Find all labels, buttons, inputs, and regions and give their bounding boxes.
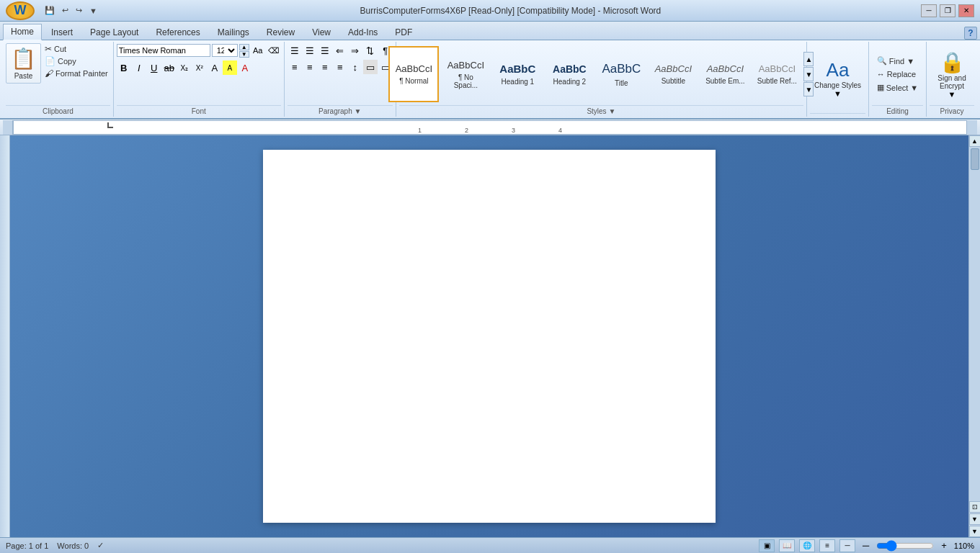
font-color-button[interactable]: A xyxy=(238,60,252,75)
scroll-down-button[interactable]: ▼ xyxy=(969,526,981,537)
tab-insert[interactable]: Insert xyxy=(43,24,81,40)
increase-indent-button[interactable]: ⇒ xyxy=(348,43,362,58)
web-layout-view-button[interactable]: 🌐 xyxy=(799,539,815,552)
font-size-shrink-button[interactable]: ▼ xyxy=(239,51,249,58)
scroll-up-button[interactable]: ▲ xyxy=(969,135,981,147)
outline-view-button[interactable]: ≡ xyxy=(819,539,835,552)
font-format-row: B I U ab X₂ X² A A A xyxy=(117,60,252,75)
ruler-left-margin xyxy=(3,120,13,135)
document-page[interactable] xyxy=(263,150,716,523)
subscript-button[interactable]: X₂ xyxy=(177,60,192,75)
full-reading-view-button[interactable]: 📖 xyxy=(779,539,795,552)
undo-button[interactable]: ↩ xyxy=(59,4,71,17)
font-name-input[interactable] xyxy=(117,44,210,57)
draft-view-button[interactable]: ─ xyxy=(839,539,855,552)
select-button[interactable]: ▦ Select ▼ xyxy=(874,81,921,94)
redo-button[interactable]: ↪ xyxy=(73,4,85,17)
style-normal[interactable]: AaBbCcI ¶ Normal xyxy=(388,46,439,102)
next-page-button[interactable]: ▼ xyxy=(969,513,981,525)
tab-page-layout[interactable]: Page Layout xyxy=(82,24,146,40)
subtle-ref-label: Subtle Ref... xyxy=(757,77,797,85)
change-styles-icon: Aa xyxy=(827,59,850,81)
style-heading2[interactable]: AaBbC Heading 2 xyxy=(544,46,594,102)
style-heading1[interactable]: AaBbC Heading 1 xyxy=(492,46,543,102)
subtle-em-preview: AaBbCcI xyxy=(707,63,744,74)
tab-references[interactable]: References xyxy=(148,24,208,40)
page-info: Page: 1 of 1 xyxy=(6,541,48,550)
line-spacing-button[interactable]: ↕ xyxy=(348,60,362,74)
tab-pdf[interactable]: PDF xyxy=(387,24,420,40)
superscript-button[interactable]: X² xyxy=(192,60,207,75)
scroll-track[interactable] xyxy=(969,147,980,501)
status-right: ▣ 📖 🌐 ≡ ─ ─ + 110% xyxy=(759,539,974,552)
style-subtitle[interactable]: AaBbCcI Subtitle xyxy=(648,46,698,102)
minimize-button[interactable]: ─ xyxy=(921,4,937,17)
style-subtle-emphasis[interactable]: AaBbCcI Subtle Em... xyxy=(700,46,750,102)
style-no-spacing[interactable]: AaBbCcI ¶ No Spaci... xyxy=(440,46,491,102)
highlight-button[interactable]: A xyxy=(223,60,237,75)
restore-button[interactable]: ❐ xyxy=(940,4,956,17)
zoom-level[interactable]: 110% xyxy=(954,541,974,550)
office-button[interactable]: W xyxy=(6,1,35,20)
customize-quick-access-button[interactable]: ▼ xyxy=(86,5,100,17)
status-bar: Page: 1 of 1 Words: 0 ✓ ▣ 📖 🌐 ≡ ─ ─ + 11… xyxy=(0,537,980,553)
spell-check-icon[interactable]: ✓ xyxy=(97,541,104,550)
change-styles-button[interactable]: Aa Change Styles ▼ xyxy=(810,56,865,101)
document-area[interactable] xyxy=(10,135,968,537)
sign-encrypt-label: Sign andEncrypt xyxy=(937,74,966,90)
text-effects-button[interactable]: A xyxy=(208,60,222,75)
subtitle-preview: AaBbCcI xyxy=(655,63,692,74)
vertical-scrollbar[interactable]: ▲ ⊡ ▼ ▼ xyxy=(968,135,980,537)
editing-group-label: Editing xyxy=(872,105,923,115)
print-layout-view-button[interactable]: ▣ xyxy=(759,539,775,552)
find-button[interactable]: 🔍 Find ▼ xyxy=(874,55,917,67)
sign-encrypt-button[interactable]: 🔒 Sign andEncrypt ▼ xyxy=(930,48,974,102)
align-right-button[interactable]: ≡ xyxy=(318,60,332,74)
expand-view-button[interactable]: ⊡ xyxy=(969,501,981,513)
styles-gallery: AaBbCcI ¶ Normal AaBbCcI ¶ No Spaci... A… xyxy=(388,46,802,102)
tab-view[interactable]: View xyxy=(304,24,339,40)
close-button[interactable]: ✕ xyxy=(958,4,974,17)
shading-button[interactable]: ▭ xyxy=(363,60,378,74)
tab-home[interactable]: Home xyxy=(3,24,42,40)
zoom-in-button[interactable]: + xyxy=(938,540,950,551)
strikethrough-button[interactable]: ab xyxy=(162,60,177,75)
multilevel-list-button[interactable]: ☰ xyxy=(318,43,332,58)
underline-button[interactable]: U xyxy=(147,60,161,75)
scroll-thumb[interactable] xyxy=(971,148,979,170)
decrease-indent-button[interactable]: ⇐ xyxy=(333,43,347,58)
align-center-button[interactable]: ≡ xyxy=(303,60,317,74)
format-painter-button[interactable]: 🖌 Format Painter xyxy=(43,68,110,79)
bold-button[interactable]: B xyxy=(117,60,131,75)
font-size-input[interactable]: 12 xyxy=(212,44,238,57)
copy-button[interactable]: 📄 Copy xyxy=(43,55,110,67)
zoom-slider[interactable] xyxy=(876,541,934,550)
save-button[interactable]: 💾 xyxy=(42,4,58,17)
cut-button[interactable]: ✂ Cut xyxy=(43,43,110,55)
status-left: Page: 1 of 1 Words: 0 ✓ xyxy=(6,541,104,550)
zoom-out-button[interactable]: ─ xyxy=(860,540,872,551)
justify-button[interactable]: ≡ xyxy=(333,60,347,74)
change-case-button[interactable]: Aa xyxy=(251,43,265,58)
style-title[interactable]: AaBbC Title xyxy=(596,46,646,102)
style-subtle-ref[interactable]: AaBbCcI Subtle Ref... xyxy=(752,46,802,102)
tab-mailings[interactable]: Mailings xyxy=(210,24,257,40)
ribbon-group-font: 12 ▲ ▼ Aa ⌫ B I U ab X₂ X² A A A Fo xyxy=(114,42,285,117)
clipboard-small-buttons: ✂ Cut 📄 Copy 🖌 Format Painter xyxy=(43,43,110,79)
bullets-button[interactable]: ☰ xyxy=(288,43,302,58)
help-button[interactable]: ? xyxy=(964,27,977,40)
italic-button[interactable]: I xyxy=(132,60,146,75)
clear-formatting-button[interactable]: ⌫ xyxy=(267,43,281,58)
replace-button[interactable]: ↔ Replace xyxy=(874,68,919,80)
numbering-button[interactable]: ☰ xyxy=(303,43,317,58)
change-styles-group-label xyxy=(810,113,865,115)
tab-review[interactable]: Review xyxy=(259,24,303,40)
paste-button[interactable]: 📋 Paste xyxy=(6,43,41,84)
font-size-grow-button[interactable]: ▲ xyxy=(239,44,249,50)
tab-addins[interactable]: Add-Ins xyxy=(340,24,386,40)
align-left-button[interactable]: ≡ xyxy=(288,60,302,74)
cut-icon: ✂ xyxy=(45,44,52,54)
sort-button[interactable]: ⇅ xyxy=(363,43,378,58)
window-title: BurrisComputerForms4X6P [Read-Only] [Com… xyxy=(100,6,921,16)
font-content: 12 ▲ ▼ Aa ⌫ B I U ab X₂ X² A A A xyxy=(117,43,281,105)
